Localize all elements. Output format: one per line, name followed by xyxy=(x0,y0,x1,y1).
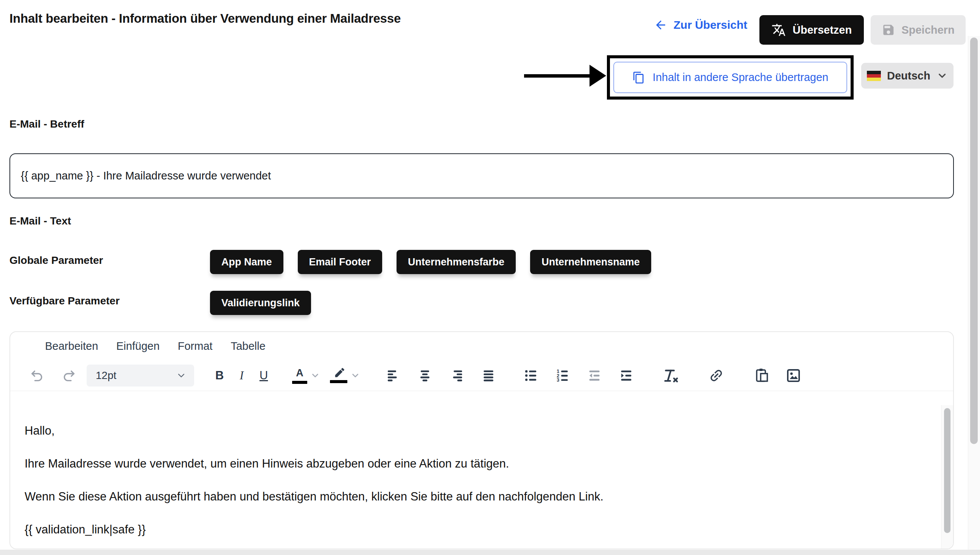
parameter-chip-company-name[interactable]: Unternehmensname xyxy=(530,250,651,274)
page-title: Inhalt bearbeiten - Information über Ver… xyxy=(10,11,401,26)
text-color-button[interactable]: A xyxy=(292,367,307,384)
annotation-highlight-box: Inhalt in andere Sprache übertragen xyxy=(607,55,854,99)
annotation-arrow xyxy=(524,74,592,78)
clear-formatting-button[interactable] xyxy=(662,368,679,383)
editor-content-area[interactable]: Hallo, Ihre Mailadresse wurde verwendet,… xyxy=(10,391,953,536)
align-left-button[interactable] xyxy=(385,368,401,383)
menu-insert[interactable]: Einfügen xyxy=(116,340,160,353)
indent-icon xyxy=(618,368,634,383)
menu-format[interactable]: Format xyxy=(178,340,213,353)
editor-paragraph: Hallo, xyxy=(25,423,930,438)
paste-button[interactable] xyxy=(754,367,770,383)
editor-toolbar: 12pt B I U A 123 xyxy=(10,360,953,391)
translate-button[interactable]: Übersetzen xyxy=(759,15,864,45)
copy-pages-icon xyxy=(632,71,645,84)
language-dropdown[interactable]: Deutsch xyxy=(861,63,953,88)
align-center-icon xyxy=(417,368,433,383)
clipboard-icon xyxy=(754,367,770,383)
outdent-icon xyxy=(587,368,603,383)
highlighter-icon xyxy=(333,368,344,378)
text-color-icon: A xyxy=(296,367,304,379)
parameter-chip-email-footer[interactable]: Email Footer xyxy=(298,250,382,274)
undo-button[interactable] xyxy=(30,368,45,383)
bullet-list-icon xyxy=(523,368,539,383)
rich-text-editor: Bearbeiten Einfügen Format Tabelle 12pt … xyxy=(10,331,954,549)
translate-button-label: Übersetzen xyxy=(793,24,852,36)
available-parameters-row: Validierungslink xyxy=(210,291,311,315)
clear-formatting-icon xyxy=(662,368,679,383)
highlight-color-chevron-icon[interactable] xyxy=(350,371,360,380)
save-button-label: Speichern xyxy=(901,24,954,36)
svg-text:3: 3 xyxy=(556,377,559,383)
page-scrollbar[interactable] xyxy=(968,36,980,555)
italic-button[interactable]: I xyxy=(240,369,243,382)
body-text-label: E-Mail - Text xyxy=(10,215,71,227)
font-size-value: 12pt xyxy=(96,369,117,382)
align-justify-icon xyxy=(481,368,496,383)
parameter-chip-company-color[interactable]: Unternehmensfarbe xyxy=(396,250,516,274)
align-justify-button[interactable] xyxy=(481,368,496,383)
editor-menubar: Bearbeiten Einfügen Format Tabelle xyxy=(10,332,953,360)
page-scrollbar-thumb[interactable] xyxy=(970,37,978,444)
editor-paragraph: Ihre Mailadresse wurde verwendet, um ein… xyxy=(25,457,930,471)
bullet-list-button[interactable] xyxy=(523,368,539,383)
language-dropdown-value: Deutsch xyxy=(887,70,930,82)
redo-icon xyxy=(61,368,76,383)
translate-icon xyxy=(772,23,786,37)
undo-icon xyxy=(30,368,45,383)
numbered-list-icon: 123 xyxy=(555,368,571,383)
numbered-list-button[interactable]: 123 xyxy=(555,368,571,383)
global-parameters-row: App Name Email Footer Unternehmensfarbe … xyxy=(210,250,651,274)
transfer-content-button[interactable]: Inhalt in andere Sprache übertragen xyxy=(613,62,847,93)
chevron-down-icon xyxy=(176,370,187,381)
menu-table[interactable]: Tabelle xyxy=(231,340,265,353)
align-right-icon xyxy=(449,368,465,383)
insert-link-button[interactable] xyxy=(708,367,724,383)
available-parameters-label: Verfügbare Parameter xyxy=(10,295,120,307)
window-bottom-edge xyxy=(0,550,980,555)
text-color-chevron-icon[interactable] xyxy=(310,371,320,380)
save-icon xyxy=(882,23,895,37)
global-parameters-label: Globale Parameter xyxy=(10,254,103,266)
chevron-down-icon xyxy=(937,70,948,82)
editor-scrollbar-thumb[interactable] xyxy=(944,408,951,533)
highlight-color-button[interactable] xyxy=(330,368,347,383)
annotation-arrow-head xyxy=(590,65,606,87)
editor-scrollbar[interactable] xyxy=(941,405,953,549)
underline-button[interactable]: U xyxy=(259,369,268,382)
subject-input[interactable] xyxy=(10,153,954,198)
back-link-label: Zur Übersicht xyxy=(673,19,747,31)
align-right-button[interactable] xyxy=(449,368,465,383)
align-center-button[interactable] xyxy=(417,368,433,383)
outdent-button[interactable] xyxy=(587,368,603,383)
arrow-left-icon xyxy=(654,18,667,32)
image-icon xyxy=(785,367,801,383)
subject-label: E-Mail - Betreff xyxy=(10,118,85,130)
insert-image-button[interactable] xyxy=(785,367,801,383)
redo-button[interactable] xyxy=(61,368,76,383)
bold-button[interactable]: B xyxy=(215,369,224,382)
save-button[interactable]: Speichern xyxy=(871,15,966,45)
transfer-content-label: Inhalt in andere Sprache übertragen xyxy=(653,71,828,83)
align-left-icon xyxy=(385,368,401,383)
highlight-color-swatch xyxy=(330,380,347,383)
text-color-swatch xyxy=(292,381,307,384)
font-size-dropdown[interactable]: 12pt xyxy=(86,364,194,387)
editor-paragraph: Wenn Sie diese Aktion ausgeführt haben u… xyxy=(25,489,930,504)
german-flag-icon xyxy=(867,71,881,81)
parameter-chip-app-name[interactable]: App Name xyxy=(210,250,283,274)
menu-edit[interactable]: Bearbeiten xyxy=(45,340,98,353)
back-to-overview-link[interactable]: Zur Übersicht xyxy=(654,18,747,32)
indent-button[interactable] xyxy=(618,368,634,383)
link-icon xyxy=(705,364,727,387)
parameter-chip-validation-link[interactable]: Validierungslink xyxy=(210,291,311,315)
editor-paragraph: {{ validation_link|safe }} xyxy=(25,523,930,536)
